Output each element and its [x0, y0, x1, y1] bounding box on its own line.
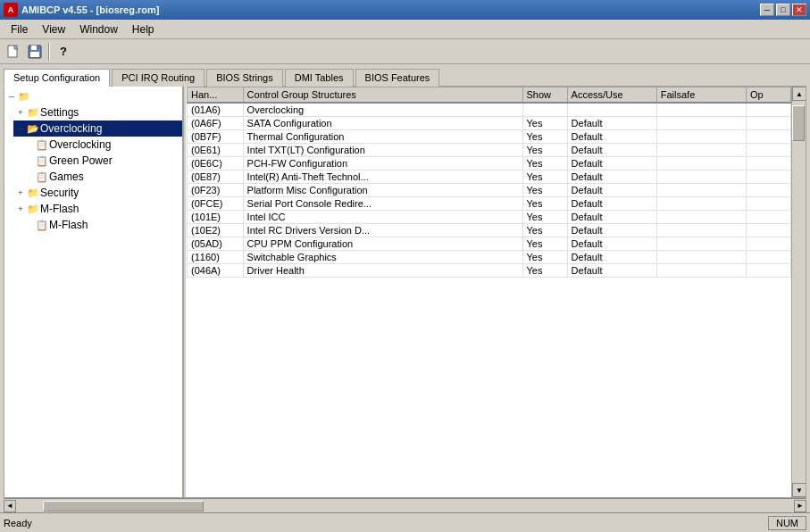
table-row[interactable]: (0E87)Intel(R) Anti-Theft Technol...YesD…	[188, 170, 791, 184]
table-cell-failsafe	[656, 157, 746, 170]
col-header-failsafe: Failsafe	[656, 87, 746, 104]
table-row[interactable]: (1160)Switchable GraphicsYesDefault	[188, 251, 791, 264]
table-cell-failsafe	[656, 144, 746, 157]
status-bar: Ready NUM	[0, 512, 810, 532]
table-cell-handle: (0E6C)	[188, 157, 244, 170]
tree-item-mflash1[interactable]: + 📁 M-Flash	[13, 201, 182, 217]
tab-setup-configuration[interactable]: Setup Configuration	[4, 69, 110, 87]
table-cell-op	[746, 170, 790, 184]
tree-item-green-power[interactable]: 📋 Green Power	[22, 153, 182, 169]
tree-expand-settings: +	[15, 107, 26, 118]
menu-window[interactable]: Window	[72, 21, 125, 37]
toolbar-save[interactable]	[25, 42, 45, 62]
scroll-right-arrow[interactable]: ►	[794, 500, 806, 512]
toolbar-help[interactable]: ?	[54, 42, 73, 62]
table-cell-handle: (0E61)	[188, 144, 244, 157]
table-cell-failsafe	[656, 197, 746, 211]
table-cell-failsafe	[656, 103, 746, 117]
table-cell-failsafe	[656, 211, 746, 224]
table-row[interactable]: (0B7F)Thermal ConfigurationYesDefault	[188, 130, 791, 144]
table-cell-op	[746, 157, 790, 170]
tree-item-mflash2[interactable]: 📋 M-Flash	[22, 217, 182, 233]
tree-item-overclocking-child[interactable]: 📋 Overclocking	[22, 137, 182, 153]
table-cell-handle: (0F23)	[188, 184, 244, 197]
tab-bios-strings[interactable]: BIOS Strings	[206, 69, 283, 87]
menu-file[interactable]: File	[4, 21, 35, 37]
tree-item-games[interactable]: 📋 Games	[22, 169, 182, 185]
table-cell-show: Yes	[522, 184, 567, 197]
table-cell-show: Yes	[522, 157, 567, 170]
table-cell-access: Default	[567, 170, 656, 184]
table-cell-op	[746, 264, 790, 278]
table-row[interactable]: (0E61)Intel TXT(LT) ConfigurationYesDefa…	[188, 144, 791, 157]
close-button[interactable]: ✕	[792, 4, 806, 16]
table-cell-op	[746, 237, 790, 251]
window-title: AMIBCP v4.55 - [biosreg.rom]	[21, 4, 159, 15]
tree-expand-security: +	[15, 187, 26, 198]
tab-bios-features[interactable]: BIOS Features	[355, 69, 440, 87]
table-row[interactable]: (01A6)Overclocking	[188, 103, 791, 117]
menu-help[interactable]: Help	[125, 21, 162, 37]
h-scroll-thumb[interactable]	[43, 501, 204, 511]
table-cell-access: Default	[567, 251, 656, 264]
table-cell-failsafe	[656, 224, 746, 237]
scroll-left-arrow[interactable]: ◄	[4, 500, 16, 512]
table-cell-handle: (101E)	[188, 211, 244, 224]
table-row[interactable]: (101E)Intel ICCYesDefault	[188, 211, 791, 224]
table-cell-access: Default	[567, 144, 656, 157]
tree-item-settings[interactable]: + 📁 Settings	[13, 104, 182, 121]
tree-expand-root: ─	[6, 91, 17, 102]
table-cell-name: Switchable Graphics	[243, 251, 522, 264]
folder-open-icon-overclocking: 📂	[26, 122, 40, 135]
table-cell-show: Yes	[522, 197, 567, 211]
col-header-op: Op	[746, 87, 790, 104]
table-cell-show: Yes	[522, 144, 567, 157]
table-cell-access: Default	[567, 157, 656, 170]
tree-label-overclocking-child: Overclocking	[49, 138, 111, 151]
maximize-button[interactable]: □	[776, 4, 790, 16]
table-cell-access: Default	[567, 197, 656, 211]
table-cell-op	[746, 211, 790, 224]
title-bar: A AMIBCP v4.55 - [biosreg.rom] ─ □ ✕	[0, 0, 810, 20]
col-header-handle: Han...	[188, 87, 244, 104]
table-row[interactable]: (10E2)Intel RC Drivers Version D...YesDe…	[188, 224, 791, 237]
table-row[interactable]: (0FCE)Serial Port Console Redire...YesDe…	[188, 197, 791, 211]
scroll-up-arrow[interactable]: ▲	[792, 87, 806, 101]
table-row[interactable]: (0F23)Platform Misc ConfigurationYesDefa…	[188, 184, 791, 197]
table-cell-show: Yes	[522, 117, 567, 130]
table-cell-name: Platform Misc Configuration	[243, 184, 522, 197]
table-cell-name: Intel RC Drivers Version D...	[243, 224, 522, 237]
table-cell-name: Driver Health	[243, 264, 522, 278]
folder-icon-security: 📁	[26, 187, 40, 199]
table-cell-handle: (0A6F)	[188, 117, 244, 130]
table-cell-name: Intel ICC	[243, 211, 522, 224]
tree-item-security[interactable]: + 📁 Security	[13, 185, 182, 201]
scroll-down-arrow[interactable]: ▼	[792, 483, 806, 497]
tab-dmi-tables[interactable]: DMI Tables	[285, 69, 354, 87]
num-indicator: NUM	[768, 516, 806, 530]
table-cell-op	[746, 144, 790, 157]
tree-item-overclocking[interactable]: ─ 📂 Overclocking	[13, 121, 182, 137]
tab-pci-irq-routing[interactable]: PCI IRQ Routing	[112, 69, 205, 87]
table-row[interactable]: (046A)Driver HealthYesDefault	[188, 264, 791, 278]
tree-item-root[interactable]: ─ 📁	[4, 88, 182, 104]
table-row[interactable]: (0A6F)SATA ConfigurationYesDefault	[188, 117, 791, 130]
toolbar-new[interactable]	[4, 42, 23, 62]
table-cell-name: PCH-FW Configuration	[243, 157, 522, 170]
menu-view[interactable]: View	[35, 21, 72, 37]
tree-label-green-power: Green Power	[49, 154, 113, 167]
svg-rect-4	[30, 52, 39, 57]
table-cell-name: Thermal Configuration	[243, 130, 522, 144]
scroll-thumb[interactable]	[792, 105, 805, 141]
h-scroll-track	[16, 500, 794, 512]
table-row[interactable]: (05AD)CPU PPM ConfigurationYesDefault	[188, 237, 791, 251]
table-cell-show: Yes	[522, 224, 567, 237]
table-row[interactable]: (0E6C)PCH-FW ConfigurationYesDefault	[188, 157, 791, 170]
minimize-button[interactable]: ─	[760, 4, 774, 16]
main-content: Setup Configuration PCI IRQ Routing BIOS…	[0, 64, 810, 512]
table-cell-name: SATA Configuration	[243, 117, 522, 130]
table-cell-show	[522, 103, 567, 117]
table-cell-op	[746, 251, 790, 264]
table-cell-op	[746, 197, 790, 211]
table-cell-failsafe	[656, 184, 746, 197]
